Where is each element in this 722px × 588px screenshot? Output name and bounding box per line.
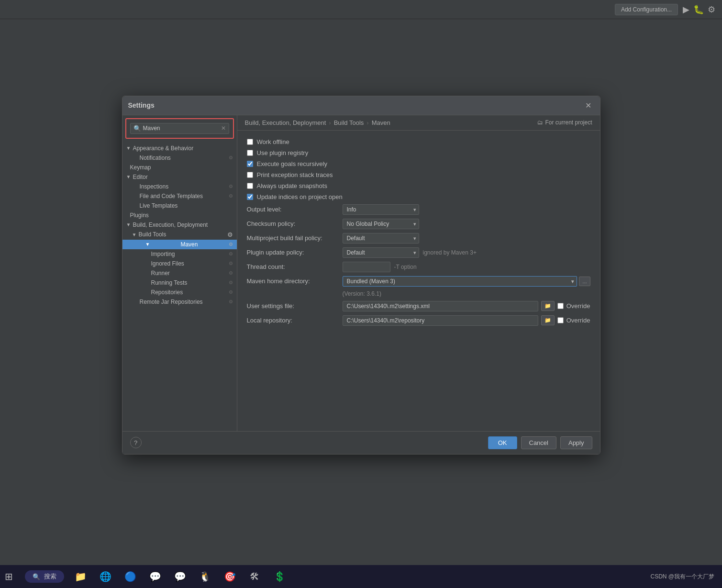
execute-goals-checkbox[interactable] — [247, 161, 253, 167]
always-update-checkbox[interactable] — [247, 183, 253, 189]
sidebar-item-keymap[interactable]: Keymap — [122, 163, 237, 172]
maven-home-label: Maven home directory: — [247, 277, 343, 285]
thread-count-field: -T option — [343, 262, 590, 272]
help-button[interactable]: ? — [130, 437, 142, 448]
sidebar-item-appearance[interactable]: ▼ Appearance & Behavior — [122, 144, 237, 153]
maven-label: Maven — [180, 241, 198, 248]
user-settings-override-checkbox[interactable] — [557, 303, 564, 309]
footer-right: OK Cancel Apply — [488, 436, 592, 449]
output-level-select[interactable]: Info Debug Warning Error — [343, 204, 419, 215]
search-box-highlight: 🔍 ✕ — [125, 118, 234, 139]
sidebar-item-remote-jar[interactable]: Remote Jar Repositories ⚙ — [122, 297, 237, 307]
plugin-update-select[interactable]: Default Always Never — [343, 247, 419, 258]
plugin-update-label: Plugin update policy: — [247, 249, 343, 256]
sidebar-item-build-exec[interactable]: ▼ Build, Execution, Deployment — [122, 220, 237, 230]
taskbar-lark[interactable]: 🎯 — [221, 568, 238, 585]
sidebar-item-maven[interactable]: ▼ Maven ⚙ — [122, 240, 237, 249]
local-repo-input[interactable] — [343, 315, 538, 326]
plugin-update-field: Default Always Never ignored by Maven 3+ — [343, 247, 590, 258]
sidebar-item-file-code-templates[interactable]: File and Code Templates ⚙ — [122, 191, 237, 201]
dialog-close-button[interactable]: ✕ — [582, 100, 594, 111]
local-repo-override-wrap: Override — [557, 317, 590, 324]
apply-button[interactable]: Apply — [560, 436, 592, 449]
local-repo-browse-button[interactable]: 📁 — [541, 315, 555, 325]
multiproject-fail-label: Multiproject build fail policy: — [247, 234, 343, 242]
search-input[interactable] — [143, 125, 221, 132]
dialog-body: 🔍 ✕ ▼ Appearance & Behavior Notification… — [122, 115, 600, 431]
taskbar-messenger[interactable]: 💬 — [146, 568, 164, 585]
update-indices-row: Update indices on project open — [247, 193, 590, 200]
keymap-label: Keymap — [130, 164, 151, 171]
importing-label: Importing — [151, 251, 175, 257]
execute-goals-label: Execute goals recursively — [257, 160, 327, 167]
work-offline-label: Work offline — [257, 138, 289, 145]
checksum-policy-select[interactable]: No Global Policy Warn Fail — [343, 219, 419, 229]
nav-icon: ⚙ — [229, 155, 233, 160]
sidebar-item-importing[interactable]: Importing ⚙ — [122, 249, 237, 259]
sidebar-item-repositories[interactable]: Repositories ⚙ — [122, 288, 237, 297]
user-settings-input[interactable] — [343, 301, 538, 311]
sidebar-item-running-tests[interactable]: Running Tests ⚙ — [122, 278, 237, 288]
taskbar-search-box[interactable]: 🔍 搜索 — [25, 570, 64, 583]
taskbar-edge[interactable]: 🔵 — [122, 568, 139, 585]
sidebar-item-plugins[interactable]: Plugins — [122, 211, 237, 220]
search-input-row[interactable]: 🔍 ✕ — [130, 123, 229, 134]
sidebar-item-inspections[interactable]: Inspections ⚙ — [122, 182, 237, 191]
maven-home-select[interactable]: Bundled (Maven 3) Custom — [343, 276, 578, 287]
output-level-select-wrap[interactable]: Info Debug Warning Error — [343, 204, 419, 215]
work-offline-row: Work offline — [247, 138, 590, 145]
taskbar-chrome[interactable]: 🌐 — [97, 568, 114, 585]
user-settings-override-wrap: Override — [557, 302, 590, 310]
local-repo-override-checkbox[interactable] — [557, 317, 564, 323]
maven-home-select-wrap[interactable]: Bundled (Maven 3) Custom ▾ — [343, 276, 578, 287]
cancel-button[interactable]: Cancel — [521, 436, 556, 449]
breadcrumb-part1: Build, Execution, Deployment — [245, 119, 326, 126]
runner-label: Runner — [151, 270, 170, 277]
sidebar-item-runner[interactable]: Runner ⚙ — [122, 268, 237, 278]
checksum-policy-select-wrap[interactable]: No Global Policy Warn Fail — [343, 219, 419, 229]
plugin-update-select-wrap[interactable]: Default Always Never — [343, 247, 419, 258]
arrow-down-icon: ▼ — [126, 222, 131, 227]
multiproject-fail-select[interactable]: Default Fail At End Fail Fast — [343, 233, 419, 244]
ok-button[interactable]: OK — [488, 436, 517, 449]
taskbar-windows-icon[interactable]: ⊞ — [0, 568, 17, 585]
sidebar-item-editor[interactable]: ▼ Editor — [122, 172, 237, 182]
taskbar-dollar[interactable]: 💲 — [271, 568, 288, 585]
use-plugin-registry-checkbox[interactable] — [247, 150, 253, 156]
taskbar-file-explorer[interactable]: 📁 — [72, 568, 89, 585]
print-exception-row: Print exception stack traces — [247, 171, 590, 178]
sidebar-item-appearance-label: Appearance & Behavior — [133, 145, 193, 152]
maven-home-browse-button[interactable]: ... — [579, 277, 590, 286]
dialog-overlay: Settings ✕ 🔍 ✕ ▼ — [0, 0, 722, 588]
search-clear-button[interactable]: ✕ — [221, 125, 226, 132]
update-indices-label: Update indices on project open — [257, 193, 343, 200]
maven-home-field: Bundled (Maven 3) Custom ▾ ... — [343, 276, 590, 287]
user-settings-override-label: Override — [566, 302, 590, 310]
arrow-down-icon: ▼ — [126, 174, 131, 179]
user-settings-browse-button[interactable]: 📁 — [541, 301, 555, 311]
thread-count-input[interactable] — [343, 262, 390, 272]
update-indices-checkbox[interactable] — [247, 194, 253, 200]
taskbar-wechat[interactable]: 💬 — [171, 568, 189, 585]
print-exception-checkbox[interactable] — [247, 172, 253, 178]
taskbar-qq[interactable]: 🐧 — [196, 568, 213, 585]
output-level-field: Info Debug Warning Error — [343, 204, 590, 215]
maven-home-row: Maven home directory: Bundled (Maven 3) … — [247, 276, 590, 287]
local-repo-override-label: Override — [566, 317, 590, 324]
sidebar-item-ignored-files[interactable]: Ignored Files ⚙ — [122, 259, 237, 268]
sidebar-item-live-templates[interactable]: Live Templates — [122, 201, 237, 211]
output-level-row: Output level: Info Debug Warning Error — [247, 204, 590, 215]
multiproject-fail-select-wrap[interactable]: Default Fail At End Fail Fast — [343, 233, 419, 244]
dialog-footer: ? OK Cancel Apply — [122, 431, 600, 454]
nav-icon: ⚙ — [229, 280, 233, 285]
sidebar-item-build-tools[interactable]: ▼ Build Tools ⚙ — [122, 230, 237, 240]
dialog-title: Settings — [128, 101, 155, 109]
remote-jar-label: Remote Jar Repositories — [140, 299, 203, 305]
checksum-policy-field: No Global Policy Warn Fail — [343, 219, 590, 229]
for-project-label: For current project — [545, 119, 592, 126]
sidebar-item-notifications[interactable]: Notifications ⚙ — [122, 153, 237, 163]
local-repo-label: Local repository: — [247, 317, 343, 324]
checksum-policy-label: Checksum policy: — [247, 220, 343, 227]
taskbar-jetbrains[interactable]: 🛠 — [246, 568, 263, 585]
work-offline-checkbox[interactable] — [247, 139, 253, 145]
